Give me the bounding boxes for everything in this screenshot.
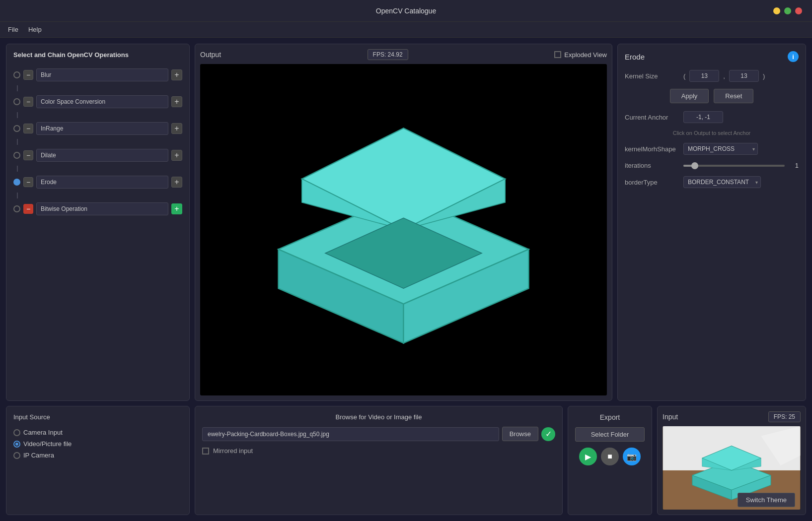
op-item-blur: − Blur + [13, 66, 182, 83]
op-select-erode[interactable]: Erode [36, 176, 168, 189]
input-fps-badge: FPS: 25 [768, 411, 801, 422]
op-select-bitwise[interactable]: Bitwise Operation [36, 202, 168, 215]
op-connector-3 [17, 139, 18, 145]
op-plus-dilate[interactable]: + [171, 150, 182, 161]
kernel-size-row: Kernel Size ( , ) [625, 70, 799, 82]
morph-label: kernelMorhShape [625, 145, 679, 153]
op-connector-1 [17, 85, 18, 91]
browse-button[interactable]: Browse [502, 427, 538, 441]
center-panel: Output FPS: 24.92 Exploded View [195, 44, 612, 401]
op-minus-color-space[interactable]: − [23, 97, 33, 107]
op-list: − Blur + − Color Space Conversion + [13, 66, 182, 217]
border-select[interactable]: BORDER_CONSTANT BORDER_REPLICATE BORDER_… [683, 176, 761, 188]
input-source-panel: Input Source Camera Input Video/Picture … [6, 406, 190, 515]
paren-open: ( [683, 72, 685, 80]
screenshot-button[interactable]: 📷 [623, 448, 641, 465]
radio-ipcam-dot[interactable] [13, 452, 20, 459]
radio-camera[interactable]: Camera Input [13, 429, 182, 436]
output-canvas[interactable] [200, 64, 607, 395]
morph-row: kernelMorhShape MORPH_CROSS MORPH_RECT M… [625, 143, 799, 155]
kernel-x-input[interactable] [689, 70, 719, 82]
radio-vidpic[interactable]: Video/Picture file [13, 440, 182, 448]
iterations-slider[interactable] [683, 165, 785, 167]
apply-reset-row: Apply Reset [625, 89, 799, 103]
radio-group: Camera Input Video/Picture file IP Camer… [13, 429, 182, 459]
op-radio-erode[interactable] [13, 179, 20, 186]
anchor-label: Current Anchor [625, 114, 679, 121]
browse-panel: Browse for Video or Image file Browse ✓ … [195, 406, 563, 515]
output-label: Output [200, 51, 221, 59]
op-minus-inrange[interactable]: − [23, 124, 33, 133]
exploded-view-checkbox[interactable] [554, 51, 561, 58]
radio-vidpic-label: Video/Picture file [23, 440, 72, 448]
close-button[interactable] [795, 7, 802, 14]
op-radio-inrange[interactable] [13, 125, 20, 132]
input-label: Input [663, 413, 678, 421]
radio-vidpic-dot[interactable] [13, 441, 20, 448]
left-panel: Select and Chain OpenCV Operations − Blu… [6, 44, 190, 401]
main-container: Select and Chain OpenCV Operations − Blu… [0, 38, 812, 521]
morph-select-wrap: MORPH_CROSS MORPH_RECT MORPH_ELLIPSE [683, 143, 758, 155]
reset-button[interactable]: Reset [714, 89, 753, 103]
mirror-row: Mirrored input [202, 447, 555, 455]
select-folder-button[interactable]: Select Folder [575, 427, 645, 442]
info-icon[interactable]: i [788, 51, 799, 62]
op-select-dilate[interactable]: Dilate [36, 149, 168, 162]
radio-ipcam[interactable]: IP Camera [13, 452, 182, 459]
paren-close: ) [763, 72, 765, 80]
op-radio-bitwise[interactable] [13, 205, 20, 212]
mirror-checkbox[interactable] [202, 448, 209, 455]
play-button[interactable]: ▶ [579, 448, 597, 465]
left-panel-title: Select and Chain OpenCV Operations [13, 51, 182, 59]
op-plus-color-space[interactable]: + [171, 96, 182, 107]
filepath-input[interactable] [202, 427, 499, 441]
switch-theme-button[interactable]: Switch Theme [738, 493, 795, 507]
maximize-button[interactable] [784, 7, 791, 14]
export-panel: Export Select Folder ▶ ■ 📷 [568, 406, 652, 515]
op-minus-blur[interactable]: − [23, 70, 33, 80]
op-minus-dilate[interactable]: − [23, 150, 33, 160]
minimize-button[interactable] [773, 7, 780, 14]
menu-file[interactable]: File [8, 26, 18, 33]
export-title: Export [600, 413, 620, 421]
kernel-y-input[interactable] [729, 70, 759, 82]
kernel-size-label: Kernel Size [625, 72, 679, 80]
radio-camera-dot[interactable] [13, 429, 20, 436]
exploded-view-control[interactable]: Exploded View [554, 51, 607, 59]
op-item-bitwise: − Bitwise Operation + [13, 200, 182, 217]
op-plus-bitwise[interactable]: + [171, 203, 182, 214]
border-label: borderType [625, 179, 679, 186]
op-minus-erode[interactable]: − [23, 177, 33, 187]
anchor-row: Current Anchor [625, 111, 799, 123]
op-select-color-space[interactable]: Color Space Conversion [36, 95, 168, 108]
op-radio-color-space[interactable] [13, 98, 20, 105]
op-minus-bitwise[interactable]: − [23, 204, 33, 214]
op-plus-blur[interactable]: + [171, 69, 182, 80]
stop-button[interactable]: ■ [601, 448, 619, 465]
bottom-row: Input Source Camera Input Video/Picture … [6, 406, 806, 515]
morph-select[interactable]: MORPH_CROSS MORPH_RECT MORPH_ELLIPSE [683, 143, 758, 155]
menu-help[interactable]: Help [28, 26, 42, 33]
media-controls: ▶ ■ 📷 [579, 448, 641, 465]
iterations-value: 1 [789, 162, 799, 169]
op-connector-5 [17, 193, 18, 198]
op-item-inrange: − InRange + [13, 120, 182, 137]
op-plus-inrange[interactable]: + [171, 123, 182, 134]
op-item-erode: − Erode + [13, 174, 182, 191]
iterations-label: iterations [625, 162, 679, 169]
menubar: File Help [0, 22, 812, 38]
op-select-inrange[interactable]: InRange [36, 122, 168, 135]
check-icon: ✓ [541, 427, 555, 441]
anchor-input[interactable] [683, 111, 723, 123]
op-radio-dilate[interactable] [13, 152, 20, 159]
op-plus-erode[interactable]: + [171, 177, 182, 188]
op-radio-blur[interactable] [13, 71, 20, 78]
erode-title: Erode [625, 53, 645, 61]
op-connector-2 [17, 112, 18, 118]
iterations-row: iterations 1 [625, 162, 799, 169]
apply-button[interactable]: Apply [670, 89, 709, 103]
slider-thumb[interactable] [691, 162, 698, 169]
op-select-blur[interactable]: Blur [36, 68, 168, 81]
op-item-dilate: − Dilate + [13, 147, 182, 164]
erode-header: Erode i [625, 51, 799, 62]
